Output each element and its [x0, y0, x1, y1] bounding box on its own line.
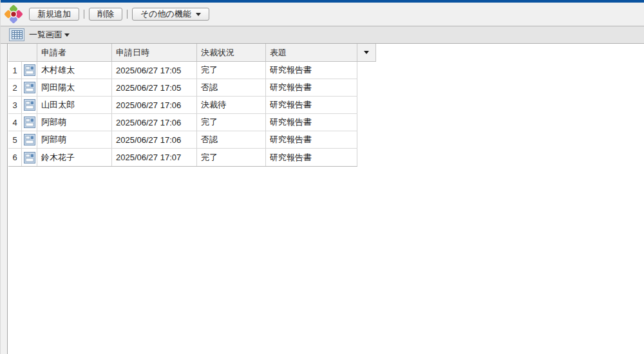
cell-status: 否認	[197, 131, 266, 149]
table-row[interactable]: 4 阿部萌 2025/06/27 17:06 完了 研究報告書	[8, 114, 357, 131]
records-table: 申請者 申請日時 決裁状況 表題 1 木村雄太 2025/	[8, 44, 376, 167]
cell-title: 研究報告書	[266, 114, 357, 131]
header-cell-applicant[interactable]: 申請者	[37, 44, 112, 61]
row-number-cell: 2	[8, 79, 22, 97]
cell-datetime: 2025/06/27 17:05	[112, 62, 197, 79]
row-number-cell: 3	[8, 97, 22, 114]
cell-applicant: 山田太郎	[37, 97, 112, 114]
table-row[interactable]: 2 岡田陽太 2025/06/27 17:05 否認 研究報告書	[8, 79, 357, 97]
cell-datetime: 2025/06/27 17:06	[112, 131, 197, 149]
toolbar-separator	[127, 10, 128, 19]
record-icon-cell[interactable]	[22, 149, 37, 166]
app-logo-icon	[3, 4, 24, 24]
app-window: 新規追加 削除 その他の機能 一覧画面	[0, 0, 644, 354]
cell-title: 研究報告書	[266, 79, 357, 97]
row-number-cell: 5	[8, 131, 22, 149]
chevron-down-icon	[364, 51, 369, 54]
cell-applicant: 阿部萌	[37, 131, 112, 149]
view-selector-label: 一覧画面	[29, 29, 62, 41]
record-icon-cell[interactable]	[22, 114, 37, 131]
cell-status: 完了	[197, 149, 266, 166]
record-icon-cell[interactable]	[22, 62, 37, 79]
chevron-down-icon	[64, 33, 70, 37]
toolbar: 新規追加 削除 その他の機能	[1, 3, 644, 26]
more-functions-button[interactable]: その他の機能	[132, 8, 209, 21]
cell-applicant: 阿部萌	[37, 114, 112, 131]
cell-datetime: 2025/06/27 17:05	[112, 79, 197, 97]
add-record-button[interactable]: 新規追加	[29, 8, 79, 21]
cell-datetime: 2025/06/27 17:06	[112, 97, 197, 114]
cell-status: 完了	[197, 114, 266, 131]
cell-title: 研究報告書	[266, 97, 357, 114]
content-area: 申請者 申請日時 決裁状況 表題 1 木村雄太 2025/	[1, 44, 644, 354]
row-number-cell: 6	[8, 149, 22, 166]
more-functions-label: その他の機能	[140, 8, 191, 20]
table-row[interactable]: 1 木村雄太 2025/06/27 17:05 完了 研究報告書	[8, 62, 357, 79]
left-gutter	[1, 44, 8, 354]
record-form-icon	[24, 64, 35, 76]
toolbar-separator	[84, 10, 84, 19]
table-row[interactable]: 5 阿部萌 2025/06/27 17:06 否認 研究報告書	[8, 131, 357, 149]
table-grid-icon	[9, 28, 24, 41]
cell-status: 否認	[197, 79, 266, 97]
column-options-button[interactable]	[357, 44, 376, 61]
cell-datetime: 2025/06/27 17:07	[112, 149, 197, 166]
record-icon-cell[interactable]	[22, 79, 37, 97]
table-body: 1 木村雄太 2025/06/27 17:05 完了 研究報告書 2	[8, 62, 357, 167]
view-bar: 一覧画面	[1, 26, 644, 44]
header-cell-status[interactable]: 決裁状況	[197, 44, 266, 61]
record-icon-cell[interactable]	[22, 131, 37, 149]
delete-button[interactable]: 削除	[89, 8, 122, 21]
header-cell-title[interactable]: 表題	[266, 44, 357, 61]
cell-status: 決裁待	[197, 97, 266, 114]
record-icon-cell[interactable]	[22, 97, 37, 114]
header-cell-blank	[8, 44, 37, 61]
row-number-cell: 4	[8, 114, 22, 131]
cell-status: 完了	[197, 62, 266, 79]
cell-datetime: 2025/06/27 17:06	[112, 114, 197, 131]
cell-applicant: 鈴木花子	[37, 149, 112, 166]
record-form-icon	[24, 134, 35, 145]
cell-applicant: 木村雄太	[37, 62, 112, 79]
record-form-icon	[24, 152, 35, 163]
header-cell-datetime[interactable]: 申請日時	[112, 44, 197, 61]
record-form-icon	[24, 82, 35, 93]
table-header-row: 申請者 申請日時 決裁状況 表題	[8, 44, 376, 62]
table-row[interactable]: 3 山田太郎 2025/06/27 17:06 決裁待 研究報告書	[8, 97, 357, 114]
row-number-cell: 1	[8, 62, 22, 79]
cell-applicant: 岡田陽太	[37, 79, 112, 97]
cell-title: 研究報告書	[266, 149, 357, 166]
table-row[interactable]: 6 鈴木花子 2025/06/27 17:07 完了 研究報告書	[8, 149, 357, 166]
chevron-down-icon	[196, 13, 201, 16]
cell-title: 研究報告書	[266, 131, 357, 149]
record-form-icon	[24, 99, 35, 111]
view-selector[interactable]: 一覧画面	[29, 29, 70, 41]
cell-title: 研究報告書	[266, 62, 357, 79]
record-form-icon	[24, 116, 35, 128]
